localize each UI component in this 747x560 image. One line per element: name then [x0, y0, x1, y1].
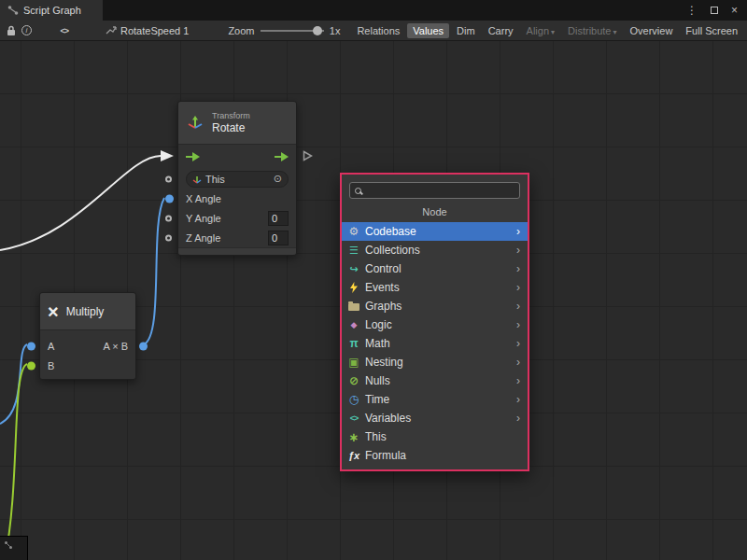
flow-in-port[interactable]: [186, 152, 200, 161]
graph-asset[interactable]: RotateSpeed 1: [106, 25, 189, 36]
input-a-wire: [0, 344, 27, 424]
finder-item-label: Variables: [365, 412, 411, 425]
x-angle-port[interactable]: [165, 194, 174, 203]
finder-item-collections[interactable]: ☰ Collections ›: [342, 241, 528, 259]
z-angle-field[interactable]: [268, 231, 289, 245]
finder-item-label: Nulls: [365, 374, 390, 387]
carry-button[interactable]: Carry: [483, 23, 519, 38]
window-menu-icon[interactable]: ⋮: [686, 4, 698, 17]
zoom-slider[interactable]: [261, 30, 324, 32]
multiply-node-header[interactable]: × Multiply: [40, 293, 135, 330]
finder-item-this[interactable]: ∗ This: [342, 427, 528, 446]
y-angle-port[interactable]: [165, 215, 172, 221]
input-b-wire: [5, 364, 27, 560]
chevron-right-icon: ›: [516, 225, 520, 238]
z-angle-port[interactable]: [165, 234, 172, 241]
input-a-port[interactable]: [27, 342, 35, 350]
multiply-icon: ×: [48, 302, 59, 321]
finder-item-label: This: [365, 430, 387, 443]
finder-item-nesting[interactable]: ▣ Nesting ›: [342, 353, 528, 371]
dim-button[interactable]: Dim: [451, 23, 481, 38]
input-a-label: A: [48, 341, 54, 352]
finder-item-label: Math: [365, 337, 390, 350]
finder-item-codebase[interactable]: ⚙ Codebase ›: [342, 222, 528, 241]
finder-item-control[interactable]: ↪ Control ›: [342, 259, 528, 278]
toolbar-buttons: Relations Values Dim Carry Align▾ Distri…: [351, 23, 743, 38]
tab-strip: Script Graph ⋮ ×: [0, 0, 747, 21]
lock-icon[interactable]: [4, 22, 19, 39]
graph-asset-icon: [106, 25, 117, 36]
finder-item-label: Time: [365, 393, 389, 406]
rotate-node-header[interactable]: Transform Rotate: [178, 102, 296, 145]
tab-label: Script Graph: [23, 5, 81, 16]
x-angle-row: X Angle: [178, 189, 296, 208]
graph-canvas[interactable]: Transform Rotate: [0, 41, 747, 560]
chevron-down-icon: ▾: [551, 28, 555, 36]
code-icon[interactable]: <>: [57, 22, 72, 39]
close-icon[interactable]: ×: [731, 4, 738, 17]
chevron-right-icon: ›: [516, 393, 520, 406]
multiply-node[interactable]: × Multiply A A × B B: [39, 292, 136, 380]
finder-item-variables[interactable]: <> Variables ›: [342, 409, 528, 427]
chevron-right-icon: ›: [516, 337, 520, 350]
variables-icon: <>: [347, 412, 360, 425]
input-b-port[interactable]: [27, 361, 35, 370]
search-input[interactable]: [365, 185, 514, 196]
node-category: Transform: [212, 111, 250, 121]
finder-item-time[interactable]: ◷ Time ›: [342, 390, 528, 409]
node-title: Rotate: [212, 121, 250, 134]
flow-wire: [0, 156, 161, 250]
finder-item-events[interactable]: Events ›: [342, 278, 528, 297]
graph-asset-label: RotateSpeed 1: [120, 25, 189, 36]
finder-item-formula[interactable]: ƒx Formula: [342, 446, 528, 465]
y-angle-row: Y Angle: [178, 208, 296, 228]
maximize-icon[interactable]: [711, 7, 718, 14]
finder-item-label: Logic: [365, 318, 392, 331]
formula-icon: ƒx: [347, 449, 360, 462]
distribute-dropdown[interactable]: Distribute▾: [562, 23, 622, 38]
search-icon: [355, 188, 361, 194]
this-port[interactable]: [165, 175, 172, 182]
script-graph-icon: [4, 540, 13, 550]
info-icon[interactable]: [19, 22, 34, 39]
chevron-right-icon: ›: [516, 412, 520, 425]
y-angle-label: Y Angle: [186, 213, 221, 224]
finder-item-graphs[interactable]: Graphs ›: [342, 297, 528, 315]
window-fragment: [0, 536, 28, 560]
chevron-right-icon: ›: [516, 262, 520, 275]
finder-header: Node: [342, 201, 528, 222]
y-angle-field[interactable]: [268, 211, 289, 226]
overview-button[interactable]: Overview: [625, 23, 679, 38]
finder-search[interactable]: [349, 182, 520, 199]
fullscreen-button[interactable]: Full Screen: [680, 23, 743, 38]
zoom-slider-knob[interactable]: [313, 26, 322, 35]
multiply-row-a: A A × B: [40, 336, 135, 356]
folder-icon: [347, 300, 360, 313]
values-button[interactable]: Values: [407, 23, 449, 38]
finder-item-math[interactable]: π Math ›: [342, 334, 528, 353]
z-angle-row: Z Angle: [178, 228, 296, 247]
zoom-factor: 1x: [330, 25, 341, 36]
this-object-field[interactable]: This ⊙: [186, 171, 289, 188]
rotate-node[interactable]: Transform Rotate: [177, 101, 297, 256]
z-angle-label: Z Angle: [186, 232, 220, 244]
nesting-icon: ▣: [347, 356, 360, 369]
multiply-to-xangle-wire: [144, 198, 164, 344]
finder-item-label: Control: [365, 262, 402, 275]
list-icon: ☰: [347, 244, 360, 257]
flow-out-port[interactable]: [275, 152, 289, 161]
flow-continuation-icon: [303, 150, 313, 163]
output-port[interactable]: [139, 342, 148, 350]
tab-script-graph[interactable]: Script Graph: [0, 0, 103, 21]
object-picker-icon[interactable]: ⊙: [274, 173, 282, 185]
logic-icon: ◆: [347, 318, 360, 331]
chevron-right-icon: ›: [516, 374, 520, 387]
flow-port-row: [178, 145, 296, 169]
relations-button[interactable]: Relations: [351, 23, 405, 38]
gear-icon: ⚙: [347, 225, 360, 238]
finder-item-nulls[interactable]: ⊘ Nulls ›: [342, 371, 528, 390]
finder-item-logic[interactable]: ◆ Logic ›: [342, 315, 528, 334]
control-flow-icon: ↪: [347, 262, 360, 275]
align-dropdown[interactable]: Align▾: [521, 23, 560, 38]
multiply-row-b: B: [40, 356, 135, 375]
